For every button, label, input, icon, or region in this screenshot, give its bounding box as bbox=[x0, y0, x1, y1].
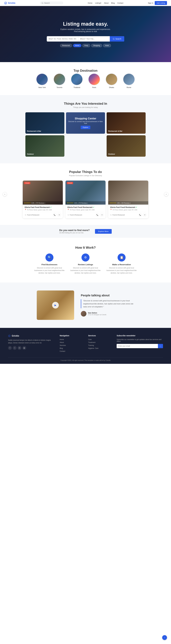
facebook-icon[interactable]: f bbox=[8, 346, 12, 350]
hero-tags: Restaurant Home Party Shopping Hotel bbox=[60, 44, 111, 47]
interest-grid: Restaurant & Bar Shopping Center Discove… bbox=[26, 112, 146, 157]
listing-category-1: 🍴 Food & Restaurant bbox=[24, 214, 39, 216]
newsletter-email-input[interactable] bbox=[117, 344, 158, 348]
phone-action-1[interactable]: 📞 bbox=[53, 213, 56, 217]
testimonial-content: People talking about "Discover & connect… bbox=[81, 294, 134, 316]
what-input[interactable] bbox=[54, 38, 76, 40]
footer-nav-about[interactable]: About bbox=[60, 342, 83, 343]
hiw-find-title: Find Businesses bbox=[34, 263, 66, 266]
interest-shopping-center[interactable]: Shopping Center Discover & connect two l… bbox=[66, 112, 105, 134]
find-more-section: Do you want to find more? 10,563 listing… bbox=[0, 225, 171, 238]
listing-card-1[interactable]: Closed ★★★★★ 4.85 ( 270 Reviews ) Gloria… bbox=[23, 180, 63, 218]
navbar: Gricklo Home Listing ▾ About Blog Contac… bbox=[0, 0, 171, 6]
listing-card-2-image: Closed ★★★★★ 4.85 ( 270 Reviews ) bbox=[66, 180, 106, 204]
author-role: UI & UX Designer at Colorib bbox=[88, 314, 106, 316]
footer-logo: Gricklo bbox=[8, 334, 54, 337]
explore-more-button[interactable]: Explore More bbox=[95, 229, 112, 234]
tag-home[interactable]: Home bbox=[73, 44, 81, 47]
hiw-card-find: 🔍 Find Businesses Discover & connect wit… bbox=[34, 254, 66, 274]
interest-outdoor-2[interactable]: Outdoor bbox=[106, 135, 146, 157]
nav-blog[interactable]: Blog bbox=[111, 2, 114, 4]
footer-logo-icon bbox=[8, 334, 11, 337]
linkedin-icon[interactable]: in bbox=[18, 346, 22, 350]
phone-action-2[interactable]: 📞 bbox=[96, 213, 99, 217]
hiw-cards: 🔍 Find Businesses Discover & connect wit… bbox=[8, 254, 163, 274]
slider-prev-button[interactable]: ‹ bbox=[3, 192, 7, 196]
destination-dhaka[interactable]: Dhaka bbox=[106, 73, 118, 88]
hero-section: Listing made easy. Explore vacation rent… bbox=[0, 6, 171, 62]
footer-service-care[interactable]: Care bbox=[88, 338, 111, 340]
navbar-search-box[interactable] bbox=[40, 2, 63, 4]
play-button[interactable]: ▶ bbox=[52, 302, 59, 308]
where-input[interactable] bbox=[86, 38, 108, 40]
add-listing-button[interactable]: Add Listing bbox=[155, 1, 167, 5]
listing-card-1-body: Gloria Fast Food Restaurant ✔ 📍 75 Princ… bbox=[23, 204, 63, 218]
testimonial-title: People talking about bbox=[81, 294, 134, 297]
tag-restaurant[interactable]: Restaurant bbox=[60, 44, 72, 47]
food-icon-2: 🍴 bbox=[67, 214, 69, 216]
destination-toronto[interactable]: Toronto bbox=[54, 73, 66, 88]
twitter-icon[interactable]: t bbox=[13, 346, 16, 350]
listing-card-3[interactable]: ★★★★★ 4.96 ( 230 Reviews ) Gloria Fast F… bbox=[108, 180, 148, 218]
listing-card-2[interactable]: Closed ★★★★★ 4.85 ( 270 Reviews ) Gloria… bbox=[66, 180, 106, 218]
top-destination-section: Top Destination New York Toronto Thailan… bbox=[0, 62, 171, 95]
find-more-text: Do you want to find more? 10,563 listing… bbox=[59, 229, 90, 234]
interest-restaurant-bar-2[interactable]: Restaurant & Bar bbox=[106, 112, 146, 134]
what-label: What? bbox=[49, 38, 53, 40]
brand-name: Gricklo bbox=[8, 2, 15, 4]
interest-outdoor-1[interactable]: Outdoor bbox=[26, 135, 64, 157]
footer-nav-blog[interactable]: Blog bbox=[60, 348, 83, 349]
where-label: Where? bbox=[80, 38, 86, 40]
email-action-1[interactable]: ✉ bbox=[58, 213, 61, 217]
footer-service-hygiene[interactable]: Hygiene: Care bbox=[88, 348, 111, 349]
slider-next-button[interactable]: › bbox=[164, 192, 168, 196]
food-icon-1: 🍴 bbox=[24, 214, 26, 216]
footer-service-treatment[interactable]: Treatment bbox=[88, 342, 111, 343]
destination-paris[interactable]: Paris bbox=[88, 73, 100, 88]
footer-nav-home[interactable]: Home bbox=[60, 338, 83, 340]
tag-shopping[interactable]: Shopping bbox=[91, 44, 102, 47]
where-field: Where? bbox=[78, 36, 110, 41]
newsletter-submit-button[interactable]: → bbox=[158, 344, 163, 348]
chevron-down-icon: ▾ bbox=[100, 2, 101, 4]
listing-card-2-body: Gloria Fast Food Restaurant ✔ 📍 75 Princ… bbox=[66, 204, 106, 218]
verified-icon-3: ✔ bbox=[136, 206, 137, 208]
hero-search-button[interactable]: Search bbox=[110, 36, 124, 42]
closed-badge-2: Closed bbox=[67, 182, 73, 184]
phone-action-3[interactable]: 📞 bbox=[138, 213, 142, 217]
youtube-icon[interactable]: ▶ bbox=[22, 346, 26, 350]
destination-newyork[interactable]: New York bbox=[36, 73, 48, 88]
author-avatar bbox=[81, 311, 86, 316]
nav-contact[interactable]: Contact bbox=[117, 2, 123, 4]
svg-point-3 bbox=[113, 38, 114, 39]
email-action-3[interactable]: ✉ bbox=[143, 213, 146, 217]
footer-nav-contact[interactable]: Contact bbox=[60, 350, 83, 352]
testimonial-quote: "Discover & connect with great local bus… bbox=[81, 299, 134, 308]
destinations-row: New York Toronto Thailand Paris Dhaka Ro… bbox=[8, 73, 163, 88]
navbar-search-input[interactable] bbox=[44, 2, 62, 4]
nav-listing[interactable]: Listing ▾ bbox=[95, 2, 102, 4]
footer-nav-services[interactable]: Services bbox=[60, 344, 83, 346]
testimonial-section: ▶ People talking about "Discover & conne… bbox=[0, 282, 171, 328]
interest-restaurant-bar-1[interactable]: Restaurant & Bar bbox=[26, 112, 64, 134]
destination-thailand[interactable]: Thailand bbox=[71, 73, 83, 88]
what-field: What? bbox=[47, 36, 78, 41]
pin-icon-3: 📍 bbox=[110, 209, 112, 210]
svg-point-4 bbox=[8, 335, 10, 337]
explore-shopping-button[interactable]: Explore bbox=[81, 126, 90, 129]
closed-badge-1: Closed bbox=[24, 182, 30, 184]
listing-card-2-actions: 📞 ✉ bbox=[96, 213, 104, 217]
email-action-2[interactable]: ✉ bbox=[100, 213, 104, 217]
footer-service-training[interactable]: Training bbox=[88, 344, 111, 346]
destination-rome[interactable]: Rome bbox=[123, 73, 135, 88]
nav-home[interactable]: Home bbox=[88, 2, 92, 4]
logo[interactable]: Gricklo bbox=[4, 2, 15, 5]
signin-button[interactable]: Sign In bbox=[148, 2, 153, 4]
tag-hotel[interactable]: Hotel bbox=[103, 44, 111, 47]
footer-nav-title: Navigation bbox=[60, 334, 83, 337]
nav-about[interactable]: About bbox=[104, 2, 108, 4]
interests-section: Things Are You Interested In Things you … bbox=[0, 95, 171, 163]
tag-party[interactable]: Party bbox=[82, 44, 90, 47]
hero-search-bar: What? Where? Search bbox=[47, 36, 124, 42]
hiw-card-review: ⚙ Review Listings Discover & connect wit… bbox=[70, 254, 102, 274]
